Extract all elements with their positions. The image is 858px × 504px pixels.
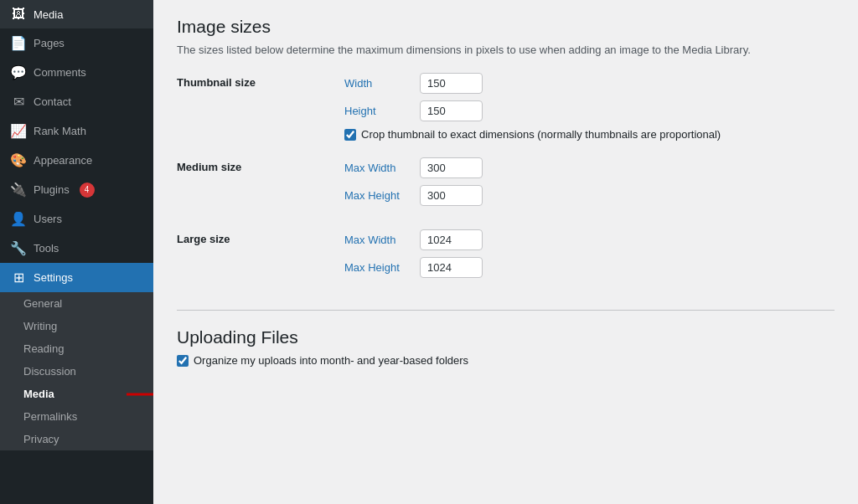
settings-submenu: General Writing Reading Discussion Media… [0,292,153,450]
sidebar-item-label: Tools [34,242,59,255]
thumbnail-crop-label: Crop thumbnail to exact dimensions (norm… [361,128,721,141]
image-sizes-title: Image sizes [177,17,835,37]
organize-uploads-row: Organize my uploads into month- and year… [177,354,835,367]
large-width-input[interactable] [420,229,483,250]
plugins-icon: 🔌 [10,182,27,198]
sidebar-item-plugins[interactable]: 🔌 Plugins 4 [0,175,153,204]
plugins-badge: 4 [80,183,95,198]
medium-max-height-label: Max Height [344,189,411,202]
media-icon: 🖼 [10,7,27,22]
sidebar-item-label: Settings [34,271,73,284]
rank-math-icon: 📈 [10,123,27,139]
large-max-height-label: Max Height [344,261,411,274]
medium-fields: Max Width Max Height [344,157,835,213]
submenu-general[interactable]: General [0,292,153,315]
sidebar-item-appearance[interactable]: 🎨 Appearance [0,146,153,175]
sidebar-item-comments[interactable]: 💬 Comments [0,58,153,87]
submenu-media[interactable]: Media [0,383,153,405]
submenu-discussion[interactable]: Discussion [0,360,153,383]
sidebar-item-users[interactable]: 👤 Users [0,204,153,234]
medium-height-input[interactable] [420,185,483,206]
red-arrow-icon [127,382,153,407]
image-sizes-section: Image sizes The sizes listed below deter… [177,17,835,285]
sidebar-item-label: Comments [34,66,86,79]
image-sizes-desc: The sizes listed below determine the max… [177,44,835,56]
sidebar: 🖼 Media 📄 Pages 💬 Comments ✉ Contact 📈 R… [0,0,153,504]
thumbnail-width-label: Width [344,77,411,90]
medium-width-row: Max Width [344,157,835,178]
thumbnail-height-input[interactable] [420,100,483,121]
thumbnail-label: Thumbnail size [177,73,344,89]
settings-icon: ⊞ [10,270,27,285]
users-icon: 👤 [10,211,27,227]
thumbnail-fields: Width Height Crop thumbnail to exact dim… [344,73,835,141]
tools-icon: 🔧 [10,240,27,256]
sidebar-item-media[interactable]: 🖼 Media [0,0,153,28]
large-size-row: Large size Max Width Max Height [177,229,835,285]
large-fields: Max Width Max Height [344,229,835,285]
medium-label: Medium size [177,157,344,173]
main-content: Image sizes The sizes listed below deter… [153,0,858,504]
sidebar-item-contact[interactable]: ✉ Contact [0,87,153,116]
medium-width-input[interactable] [420,157,483,178]
sidebar-item-label: Plugins [34,183,70,196]
comments-icon: 💬 [10,64,27,80]
contact-icon: ✉ [10,94,27,110]
sidebar-item-label: Media [34,8,63,21]
thumbnail-width-row: Width [344,73,835,94]
large-height-row: Max Height [344,257,835,278]
medium-size-row: Medium size Max Width Max Height [177,157,835,213]
sidebar-item-label: Users [34,213,62,225]
uploading-files-title: Uploading Files [177,310,835,347]
sidebar-item-tools[interactable]: 🔧 Tools [0,234,153,263]
sidebar-item-pages[interactable]: 📄 Pages [0,28,153,58]
thumbnail-width-input[interactable] [420,73,483,94]
submenu-reading[interactable]: Reading [0,337,153,360]
submenu-writing[interactable]: Writing [0,315,153,337]
thumbnail-height-label: Height [344,105,411,117]
organize-uploads-label: Organize my uploads into month- and year… [194,354,468,367]
sidebar-item-settings[interactable]: ⊞ Settings [0,263,153,292]
submenu-privacy[interactable]: Privacy [0,428,153,450]
medium-max-width-label: Max Width [344,162,411,174]
thumbnail-height-row: Height [344,100,835,121]
thumbnail-crop-row: Crop thumbnail to exact dimensions (norm… [344,128,835,141]
medium-height-row: Max Height [344,185,835,206]
organize-uploads-checkbox[interactable] [177,355,189,367]
pages-icon: 📄 [10,35,27,51]
sidebar-item-label: Pages [34,37,65,49]
submenu-permalinks[interactable]: Permalinks [0,405,153,428]
sidebar-item-label: Appearance [34,154,92,167]
uploading-files-section: Uploading Files Organize my uploads into… [177,310,835,367]
thumbnail-crop-checkbox[interactable] [344,129,356,141]
thumbnail-size-row: Thumbnail size Width Height Crop thumbna… [177,73,835,141]
large-height-input[interactable] [420,257,483,278]
large-width-row: Max Width [344,229,835,250]
sidebar-item-label: Rank Math [34,125,86,137]
large-label: Large size [177,229,344,245]
sidebar-item-label: Contact [34,95,71,108]
sidebar-item-rank-math[interactable]: 📈 Rank Math [0,116,153,146]
appearance-icon: 🎨 [10,152,27,168]
large-max-width-label: Max Width [344,234,411,246]
